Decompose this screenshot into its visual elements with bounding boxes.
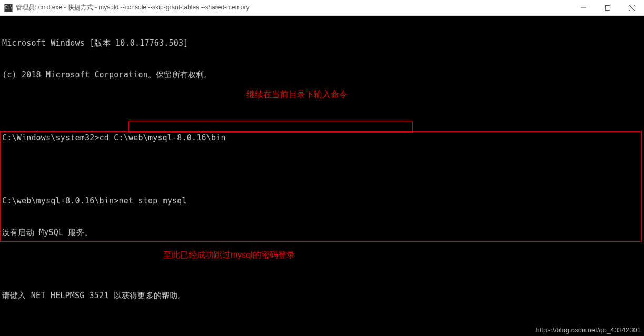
terminal-line: C:\web\mysql-8.0.16\bin>net stop mysql [2,196,642,206]
terminal-line: (c) 2018 Microsoft Corporation。保留所有权利。 [2,69,642,80]
terminal-output[interactable]: Microsoft Windows [版本 10.0.17763.503] (c… [0,16,644,336]
minimize-button[interactable] [571,0,596,15]
terminal-line: C:\Windows\system32>cd C:\web\mysql-8.0.… [2,133,642,143]
minimize-icon [581,5,586,11]
terminal-line [2,164,642,175]
window-titlebar: C:\ 管理员: cmd.exe - 快捷方式 - mysqld --conso… [0,0,644,16]
cmd-icon: C:\ [4,4,13,12]
terminal-line [2,101,642,111]
maximize-icon [605,5,610,11]
watermark-text: https://blog.csdn.net/qq_43342301 [536,326,641,334]
window-controls [571,0,644,15]
annotation-text-1: 继续在当前目录下输入命令 [246,89,348,100]
terminal-line: 没有启动 MySQL 服务。 [2,227,642,238]
terminal-line: Microsoft Windows [版本 10.0.17763.503] [2,38,642,48]
cmd-icon-text: C:\ [5,6,12,10]
terminal-line: 请键入 NET HELPMSG 3521 以获得更多的帮助。 [2,290,642,301]
svg-rect-1 [606,5,610,10]
terminal-line [2,259,642,269]
maximize-button[interactable] [596,0,620,15]
annotation-text-2: 至此已经成功跳过mysql的密码登录 [163,250,295,261]
window-title: 管理员: cmd.exe - 快捷方式 - mysqld --console -… [16,3,571,12]
close-button[interactable] [620,0,644,15]
close-icon [629,5,635,11]
